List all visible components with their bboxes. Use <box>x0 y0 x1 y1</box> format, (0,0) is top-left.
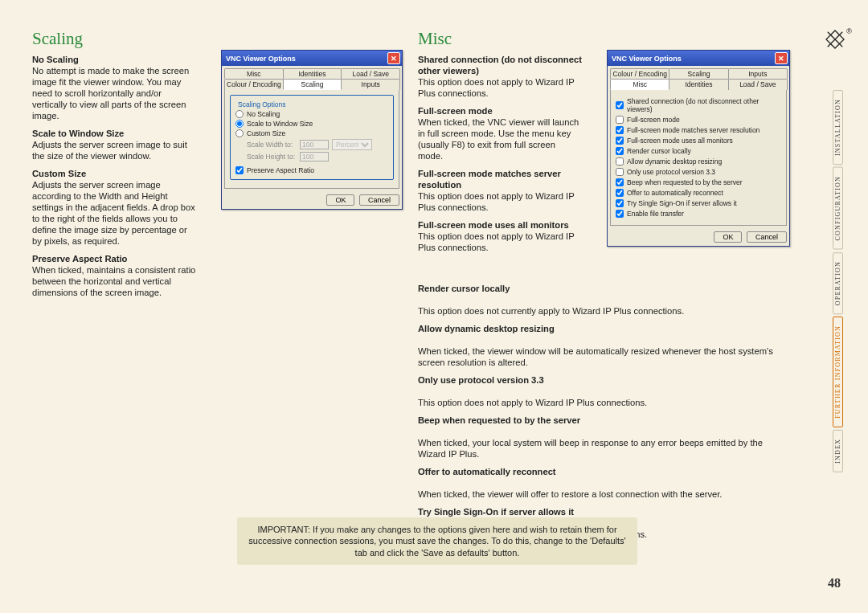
misc-check-row[interactable]: Beep when requested to by the server <box>616 178 781 186</box>
dialog-title: VNC Viewer Options <box>612 55 682 63</box>
checkbox-input[interactable] <box>616 116 624 124</box>
close-icon[interactable]: ✕ <box>775 52 788 64</box>
dialog-tab[interactable]: Scaling <box>283 79 342 90</box>
ok-button[interactable]: OK <box>714 231 742 243</box>
side-nav-tab[interactable]: INSTALLATION <box>833 90 843 165</box>
side-nav-tab[interactable]: INDEX <box>833 430 843 472</box>
unit-select[interactable]: Percent <box>332 139 372 150</box>
side-nav-tab[interactable]: OPERATION <box>833 252 843 314</box>
misc-check-row[interactable]: Render cursor locally <box>616 147 781 155</box>
scaling-radio-row[interactable]: Scale to Window Size <box>235 120 388 128</box>
option-title: Beep when requested to by the server <box>418 415 788 426</box>
option-body: This option does not apply to Wizard IP … <box>418 77 574 98</box>
scaling-radio-row[interactable]: Custom Size <box>235 129 388 137</box>
dialog-title-bar: VNC Viewer Options ✕ <box>608 51 789 66</box>
checkbox-input[interactable] <box>616 157 624 166</box>
option-block: Offer to automatically reconnect When ti… <box>418 466 788 500</box>
radio-label: No Scaling <box>247 110 280 118</box>
radio-label: Scale to Window Size <box>247 120 313 128</box>
checkbox-input[interactable] <box>616 147 624 155</box>
dialog-tab[interactable]: Misc <box>610 79 669 90</box>
checkbox-input[interactable] <box>616 168 624 176</box>
checkbox-label: Allow dynamic desktop resizing <box>627 157 722 166</box>
page-number: 48 <box>828 576 841 591</box>
option-body: This option does not apply to Wizard IP … <box>418 398 647 407</box>
option-title: Custom Size <box>32 168 197 179</box>
misc-check-row[interactable]: Try Single Sign-On if server allows it <box>616 199 781 207</box>
dialog-scaling: VNC Viewer Options ✕ MiscIdentitiesLoad … <box>221 50 403 210</box>
option-body: This option does not currently apply to … <box>418 306 684 316</box>
dialog-tab[interactable]: Load / Save <box>341 68 400 79</box>
option-block: No Scaling No attempt is made to make th… <box>32 54 197 121</box>
scaling-radio-row[interactable]: No Scaling <box>235 110 388 118</box>
dialog-tab[interactable]: Inputs <box>341 79 400 90</box>
dialog-tab[interactable]: Scaling <box>669 68 728 79</box>
misc-check-row[interactable]: Enable file transfer <box>616 210 781 218</box>
preserve-label: Preserve Aspect Ratio <box>247 166 314 174</box>
checkbox-input[interactable] <box>616 189 624 197</box>
side-nav-tab[interactable]: FURTHER INFORMATION <box>833 317 843 427</box>
dialog-tab[interactable]: Colour / Encoding <box>610 68 669 79</box>
checkbox-input[interactable] <box>616 178 624 186</box>
misc-check-row[interactable]: Offer to automatically reconnect <box>616 189 781 197</box>
cancel-button[interactable]: Cancel <box>747 231 787 243</box>
option-block: Shared connection (do not dis­connect ot… <box>418 54 583 99</box>
important-note: IMPORTANT: If you make any changes to th… <box>237 517 637 565</box>
misc-check-row[interactable]: Only use protocol version 3.3 <box>616 168 781 176</box>
scale-width-input[interactable] <box>300 140 329 149</box>
option-body: When ticked, the viewer will offer to re… <box>418 489 722 499</box>
option-title: Full-screen mode <box>418 105 583 116</box>
option-title: Offer to automatically reconnect <box>418 466 788 477</box>
misc-check-row[interactable]: Shared connection (do not disconnect oth… <box>616 97 781 113</box>
option-body: Adjusts the server screen image accordin… <box>32 180 195 246</box>
option-body: This option does not apply to Wizard IP … <box>418 231 574 252</box>
dialog-tab[interactable]: Inputs <box>728 68 788 79</box>
option-title: Render cursor locally <box>418 283 788 294</box>
misc-check-row[interactable]: Full-screen mode <box>616 116 781 124</box>
close-icon[interactable]: ✕ <box>387 52 400 64</box>
option-title: Only use protocol version 3.3 <box>418 374 788 386</box>
option-body: Adjusts the server screen image to suit … <box>32 140 187 161</box>
checkbox-input[interactable] <box>616 137 624 145</box>
dialog-tab[interactable]: Colour / Encoding <box>224 79 284 90</box>
dialog-tab[interactable]: Identities <box>669 79 728 90</box>
width-label: Scale Width to: <box>247 141 297 149</box>
checkbox-label: Enable file transfer <box>627 210 684 218</box>
option-block: Beep when requested to by the server Whe… <box>418 415 788 460</box>
checkbox-label: Beep when requested to by the server <box>627 178 743 186</box>
scale-height-input[interactable] <box>300 152 329 161</box>
radio-input[interactable] <box>235 110 244 118</box>
option-title: No Scaling <box>32 54 197 65</box>
section-title-misc: Misc <box>418 29 583 49</box>
dialog-tab[interactable]: Load / Save <box>728 79 788 90</box>
cancel-button[interactable]: Cancel <box>359 194 399 206</box>
misc-check-row[interactable]: Allow dynamic desktop resizing <box>616 157 781 166</box>
option-block: Only use protocol version 3.3 This optio… <box>418 374 788 408</box>
checkbox-input[interactable] <box>616 199 624 207</box>
option-title: Preserve Aspect Ratio <box>32 253 197 264</box>
dialog-title-bar: VNC Viewer Options ✕ <box>222 51 402 66</box>
option-block: Full-screen mode uses all monitors This … <box>418 219 583 253</box>
option-title: Shared connection (do not dis­connect ot… <box>418 54 583 76</box>
group-title: Scaling Options <box>235 100 289 108</box>
dialog-tab[interactable]: Identities <box>283 68 342 79</box>
radio-input[interactable] <box>235 120 244 128</box>
brand-logo-icon <box>825 29 845 50</box>
checkbox-input[interactable] <box>616 126 624 134</box>
dialog-title: VNC Viewer Options <box>226 55 296 63</box>
dialog-tab[interactable]: Misc <box>224 68 284 79</box>
checkbox-input[interactable] <box>616 210 624 218</box>
misc-check-row[interactable]: Full-screen mode uses all monitors <box>616 137 781 145</box>
side-nav-tab[interactable]: CONFIGURATION <box>833 167 843 250</box>
checkbox-label: Only use protocol version 3.3 <box>627 168 715 176</box>
ok-button[interactable]: OK <box>326 194 354 206</box>
option-block: Scale to Window Size Adjusts the server … <box>32 128 197 161</box>
option-block: Full-screen mode When ticked, the VNC vi… <box>418 105 583 161</box>
misc-check-row[interactable]: Full-screen mode matches server resoluti… <box>616 126 781 134</box>
checkbox-label: Full-screen mode uses all monitors <box>627 137 733 145</box>
checkbox-input[interactable] <box>616 101 624 109</box>
preserve-aspect-checkbox[interactable] <box>235 166 244 174</box>
radio-input[interactable] <box>235 129 244 137</box>
checkbox-label: Full-screen mode matches server resoluti… <box>627 126 760 134</box>
option-block: Preserve Aspect Ratio When ticked, maint… <box>32 253 197 298</box>
